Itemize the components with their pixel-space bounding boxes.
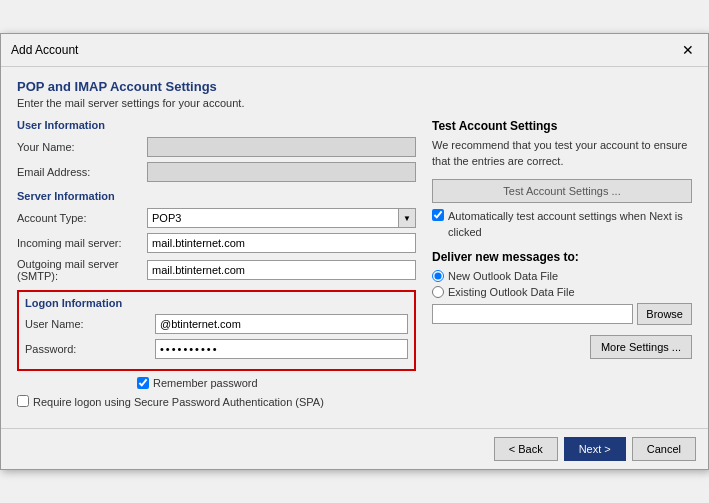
- new-file-row: New Outlook Data File: [432, 270, 692, 282]
- dropdown-arrow-icon[interactable]: ▼: [398, 208, 416, 228]
- right-panel: Test Account Settings We recommend that …: [432, 119, 692, 415]
- test-account-button[interactable]: Test Account Settings ...: [432, 179, 692, 203]
- spa-checkbox[interactable]: [17, 395, 29, 407]
- more-settings-button[interactable]: More Settings ...: [590, 335, 692, 359]
- outgoing-server-row: Outgoing mail server (SMTP):: [17, 258, 416, 282]
- spa-label: Require logon using Secure Password Auth…: [33, 395, 324, 409]
- your-name-input[interactable]: [147, 137, 416, 157]
- auto-test-checkbox[interactable]: [432, 209, 444, 221]
- incoming-server-input[interactable]: [147, 233, 416, 253]
- password-input[interactable]: [155, 339, 408, 359]
- your-name-row: Your Name:: [17, 137, 416, 157]
- more-settings-row: More Settings ...: [432, 335, 692, 359]
- deliver-input-row: Browse: [432, 303, 692, 325]
- test-settings-desc: We recommend that you test your account …: [432, 138, 692, 169]
- footer: < Back Next > Cancel: [1, 428, 708, 469]
- your-name-label: Your Name:: [17, 141, 147, 153]
- existing-file-radio[interactable]: [432, 286, 444, 298]
- existing-file-row: Existing Outlook Data File: [432, 286, 692, 298]
- remember-password-label: Remember password: [153, 377, 258, 389]
- outgoing-server-label: Outgoing mail server (SMTP):: [17, 258, 147, 282]
- next-button[interactable]: Next >: [564, 437, 626, 461]
- close-button[interactable]: ✕: [678, 40, 698, 60]
- logon-title: Logon Information: [25, 297, 408, 309]
- account-type-row: Account Type: ▼: [17, 208, 416, 228]
- account-type-label: Account Type:: [17, 212, 147, 224]
- dialog-title: Add Account: [11, 43, 78, 57]
- dialog-body: POP and IMAP Account Settings Enter the …: [1, 67, 708, 427]
- incoming-server-label: Incoming mail server:: [17, 237, 147, 249]
- password-row: Password:: [25, 339, 408, 359]
- incoming-server-row: Incoming mail server:: [17, 233, 416, 253]
- existing-file-label: Existing Outlook Data File: [448, 286, 575, 298]
- auto-test-label: Automatically test account settings when…: [448, 209, 692, 240]
- test-settings-title: Test Account Settings: [432, 119, 692, 133]
- title-bar: Add Account ✕: [1, 34, 708, 67]
- logon-section: Logon Information User Name: Password:: [17, 290, 416, 371]
- user-info-title: User Information: [17, 119, 416, 131]
- outgoing-server-input[interactable]: [147, 260, 416, 280]
- main-content: User Information Your Name: Email Addres…: [17, 119, 692, 415]
- left-panel: User Information Your Name: Email Addres…: [17, 119, 416, 415]
- password-label: Password:: [25, 343, 155, 355]
- new-file-radio[interactable]: [432, 270, 444, 282]
- remember-password-checkbox[interactable]: [137, 377, 149, 389]
- new-file-label: New Outlook Data File: [448, 270, 558, 282]
- deliver-title: Deliver new messages to:: [432, 250, 692, 264]
- browse-button[interactable]: Browse: [637, 303, 692, 325]
- email-address-label: Email Address:: [17, 166, 147, 178]
- add-account-dialog: Add Account ✕ POP and IMAP Account Setti…: [0, 33, 709, 469]
- account-type-dropdown[interactable]: ▼: [147, 208, 416, 228]
- username-row: User Name:: [25, 314, 408, 334]
- email-address-row: Email Address:: [17, 162, 416, 182]
- header-section: POP and IMAP Account Settings Enter the …: [17, 79, 692, 109]
- username-input[interactable]: [155, 314, 408, 334]
- spa-row: Require logon using Secure Password Auth…: [17, 395, 416, 409]
- back-button[interactable]: < Back: [494, 437, 558, 461]
- remember-password-row: Remember password: [137, 377, 416, 389]
- account-type-input[interactable]: [147, 208, 398, 228]
- email-address-input[interactable]: [147, 162, 416, 182]
- auto-test-row: Automatically test account settings when…: [432, 209, 692, 240]
- section-heading: POP and IMAP Account Settings: [17, 79, 692, 94]
- section-subtitle: Enter the mail server settings for your …: [17, 97, 692, 109]
- username-label: User Name:: [25, 318, 155, 330]
- cancel-button[interactable]: Cancel: [632, 437, 696, 461]
- deliver-path-input[interactable]: [432, 304, 633, 324]
- server-info-title: Server Information: [17, 190, 416, 202]
